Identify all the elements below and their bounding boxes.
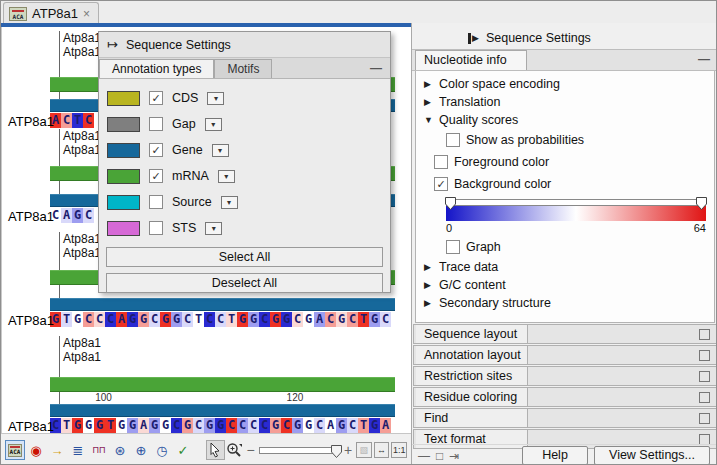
- nucleotide[interactable]: G: [127, 312, 138, 327]
- nucleotide[interactable]: C: [281, 418, 292, 433]
- expand-icon[interactable]: ▶: [424, 298, 433, 308]
- nucleotide[interactable]: A: [314, 312, 325, 327]
- mrna-annotation-bar[interactable]: [50, 377, 395, 392]
- settings-item-translation[interactable]: ▶Translation: [416, 93, 714, 111]
- minimize-icon[interactable]: —: [418, 449, 430, 463]
- minimize-icon[interactable]: —: [698, 52, 710, 66]
- nucleotide[interactable]: G: [160, 418, 171, 433]
- nucleotide[interactable]: G: [303, 418, 314, 433]
- color-swatch[interactable]: [107, 169, 140, 184]
- nucleotide[interactable]: C: [193, 418, 204, 433]
- dock-panel-icon[interactable]: ▶: [420, 33, 479, 44]
- nucleotide[interactable]: G: [281, 312, 292, 327]
- annotation-checkbox[interactable]: ✓: [149, 169, 163, 183]
- zoom-in-icon[interactable]: +: [342, 442, 354, 458]
- nucleotide[interactable]: G: [248, 312, 259, 327]
- nucleotide[interactable]: C: [215, 312, 226, 327]
- nucleotide[interactable]: G: [138, 312, 149, 327]
- annotation-table-icon[interactable]: →: [47, 440, 67, 460]
- nucleotide[interactable]: G: [127, 418, 138, 433]
- nucleotide[interactable]: G: [94, 418, 105, 433]
- nucleotide[interactable]: C: [83, 312, 94, 327]
- settings-item-g-c-content[interactable]: ▶G/C content: [416, 276, 714, 294]
- tab-motifs[interactable]: Motifs: [214, 59, 272, 78]
- nucleotide[interactable]: C: [259, 418, 270, 433]
- restriction-map-icon[interactable]: ΠΠ: [89, 440, 109, 460]
- nucleotide[interactable]: C: [94, 312, 105, 327]
- nucleotide[interactable]: T: [358, 312, 369, 327]
- circular-sequence-icon[interactable]: ⊛: [110, 440, 130, 460]
- expand-icon[interactable]: ▶: [424, 280, 433, 290]
- color-swatch[interactable]: [107, 195, 140, 210]
- dock-arrow-icon[interactable]: ↦: [107, 37, 118, 52]
- settings-item-trace-data[interactable]: ▶Trace data: [416, 258, 714, 276]
- expand-icon[interactable]: ▶: [424, 79, 433, 89]
- nucleotide[interactable]: C: [248, 418, 259, 433]
- nucleotide[interactable]: A: [116, 312, 127, 327]
- gene-annotation-bar[interactable]: [50, 404, 395, 417]
- gradient-handle-left[interactable]: [445, 197, 456, 213]
- settings-group-residue-coloring[interactable]: Residue coloring: [413, 387, 717, 407]
- background-color-checkbox[interactable]: ✓: [434, 177, 448, 191]
- element-info-icon[interactable]: ✓: [173, 440, 193, 460]
- nucleotide[interactable]: C: [380, 312, 391, 327]
- show-as-probabilities-checkbox[interactable]: [446, 133, 460, 147]
- nucleotide[interactable]: C: [149, 312, 160, 327]
- annotation-checkbox[interactable]: ✓: [149, 91, 163, 105]
- nucleotide[interactable]: T: [61, 312, 72, 327]
- expand-panel-icon[interactable]: [699, 329, 710, 340]
- sidebar-header[interactable]: ▶ Sequence Settings: [412, 27, 717, 49]
- nucleotide[interactable]: G: [237, 312, 248, 327]
- nucleotide[interactable]: G: [171, 312, 182, 327]
- collapse-icon[interactable]: ▼: [424, 115, 433, 125]
- nucleotide[interactable]: A: [61, 208, 72, 223]
- settings-group-find[interactable]: Find: [413, 408, 717, 428]
- zoom-slider[interactable]: [259, 447, 339, 454]
- gradient-handle-right[interactable]: [696, 197, 707, 213]
- nucleotide[interactable]: C: [325, 312, 336, 327]
- nucleotide[interactable]: G: [83, 418, 94, 433]
- circular-view-icon[interactable]: ◉: [26, 440, 46, 460]
- nucleotide[interactable]: T: [105, 418, 116, 433]
- expand-panel-icon[interactable]: [699, 350, 710, 361]
- nucleotide[interactable]: G: [270, 418, 281, 433]
- color-swatch[interactable]: [107, 221, 140, 236]
- color-swatch[interactable]: [107, 117, 140, 132]
- help-button[interactable]: Help: [522, 446, 588, 465]
- nucleotide[interactable]: G: [369, 418, 380, 433]
- nucleotide[interactable]: C: [83, 113, 94, 128]
- zoom-tool-icon[interactable]: [225, 440, 244, 460]
- nucleotide[interactable]: C: [226, 418, 237, 433]
- expand-icon[interactable]: ▶: [424, 97, 433, 107]
- gradient-slider-track[interactable]: [446, 199, 706, 206]
- popup-header[interactable]: ↦ Sequence Settings: [99, 32, 390, 58]
- color-swatch[interactable]: [107, 143, 140, 158]
- nucleotide[interactable]: C: [105, 312, 116, 327]
- tab-annotation-types[interactable]: Annotation types: [99, 59, 214, 78]
- dropdown-icon[interactable]: ▾: [207, 92, 224, 105]
- nucleotide[interactable]: G: [303, 312, 314, 327]
- nucleotide[interactable]: G: [215, 418, 226, 433]
- nucleotide[interactable]: G: [72, 418, 83, 433]
- settings-group-sequence-layout[interactable]: Sequence layout: [413, 324, 717, 344]
- annotation-checkbox[interactable]: [149, 117, 163, 131]
- tab-atp8a1[interactable]: ACA ATP8a1 ×: [3, 2, 99, 24]
- expand-panel-icon[interactable]: [699, 392, 710, 403]
- nucleotide[interactable]: C: [204, 312, 215, 327]
- nucleotide[interactable]: C: [347, 312, 358, 327]
- tab-close-icon[interactable]: ×: [83, 7, 90, 21]
- nucleotide[interactable]: C: [259, 312, 270, 327]
- dropdown-icon[interactable]: ▾: [205, 118, 222, 131]
- zoom-slider-handle[interactable]: [331, 445, 342, 458]
- color-swatch[interactable]: [107, 91, 140, 106]
- settings-group-restriction-sites[interactable]: Restriction sites: [413, 366, 717, 386]
- nucleotide[interactable]: A: [138, 418, 149, 433]
- dropdown-icon[interactable]: ▾: [218, 170, 235, 183]
- select-all-button[interactable]: Select All: [106, 247, 383, 267]
- dropdown-icon[interactable]: ▾: [221, 196, 238, 209]
- nucleotide[interactable]: G: [292, 418, 303, 433]
- gene-annotation-bar[interactable]: [50, 298, 395, 311]
- nucleotide[interactable]: G: [72, 208, 83, 223]
- quality-gradient-slider[interactable]: 064: [446, 199, 706, 234]
- nucleotide[interactable]: A: [325, 418, 336, 433]
